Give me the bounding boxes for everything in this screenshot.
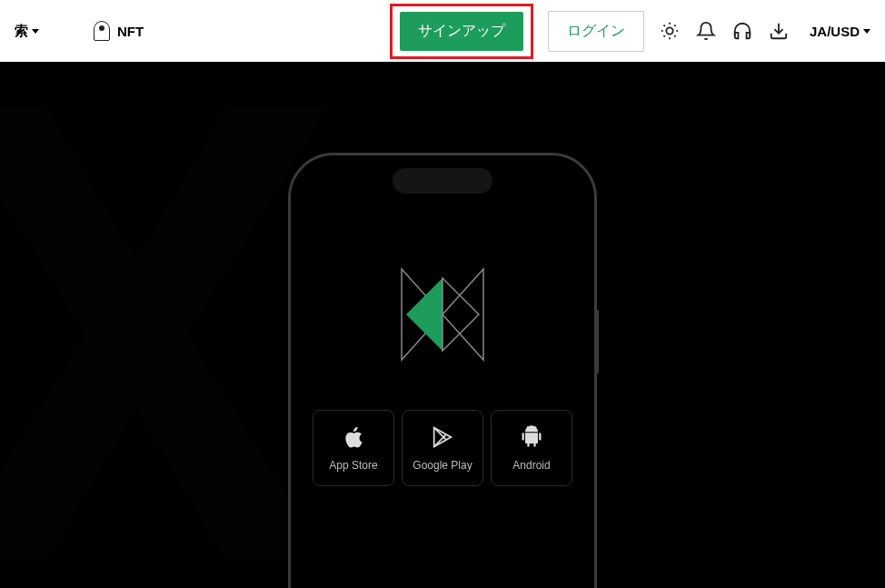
download-appstore-button[interactable]: App Store: [313, 410, 394, 486]
headset-icon: [732, 21, 752, 41]
svg-rect-18: [539, 433, 541, 440]
language-label: JA/USD: [810, 24, 860, 39]
explore-dropdown[interactable]: 索: [15, 23, 39, 40]
nft-label: NFT: [117, 24, 144, 39]
phone-notch: [393, 168, 492, 194]
phone-content: App Store Google Play: [291, 155, 594, 486]
signup-highlight-box: サインアップ: [390, 4, 533, 59]
download-android-button[interactable]: Android: [491, 410, 572, 486]
svg-marker-10: [0, 107, 327, 562]
android-icon: [519, 424, 544, 450]
nft-nav-item[interactable]: NFT: [94, 21, 144, 41]
header-left: 索 NFT: [15, 21, 144, 41]
svg-line-8: [674, 25, 675, 25]
download-appstore-label: App Store: [329, 459, 377, 472]
svg-line-4: [674, 35, 675, 36]
svg-line-7: [663, 35, 664, 36]
language-selector[interactable]: JA/USD: [810, 24, 870, 39]
signup-button[interactable]: サインアップ: [400, 12, 523, 51]
apple-icon: [341, 424, 366, 450]
caret-down-icon: [32, 29, 39, 34]
sun-icon: [660, 21, 680, 41]
svg-marker-14: [442, 278, 479, 351]
notifications-button[interactable]: [695, 20, 717, 42]
svg-marker-13: [406, 278, 442, 351]
hero-section: App Store Google Play: [0, 62, 885, 588]
download-android-label: Android: [512, 459, 550, 472]
googleplay-icon: [430, 424, 455, 450]
nft-icon: [94, 21, 110, 41]
download-button[interactable]: [768, 20, 790, 42]
bell-icon: [696, 21, 716, 41]
phone-side-button: [596, 310, 599, 374]
svg-rect-17: [522, 433, 524, 440]
header-right: サインアップ ログイン: [390, 4, 870, 59]
phone-mockup: App Store Google Play: [288, 153, 597, 588]
support-button[interactable]: [731, 20, 753, 42]
explore-label: 索: [15, 23, 28, 40]
background-x-graphic: [0, 107, 327, 562]
svg-marker-12: [442, 269, 483, 360]
caret-down-icon: [863, 29, 870, 34]
login-button[interactable]: ログイン: [548, 11, 644, 52]
theme-toggle-button[interactable]: [659, 20, 681, 42]
download-googleplay-label: Google Play: [413, 459, 472, 472]
download-icon: [769, 21, 789, 41]
app-logo-icon: [397, 264, 488, 364]
header-bar: 索 NFT サインアップ ログイン: [0, 0, 885, 62]
download-options: App Store Google Play: [313, 410, 572, 486]
svg-line-3: [663, 25, 664, 25]
svg-point-0: [666, 27, 672, 34]
download-googleplay-button[interactable]: Google Play: [402, 410, 483, 486]
